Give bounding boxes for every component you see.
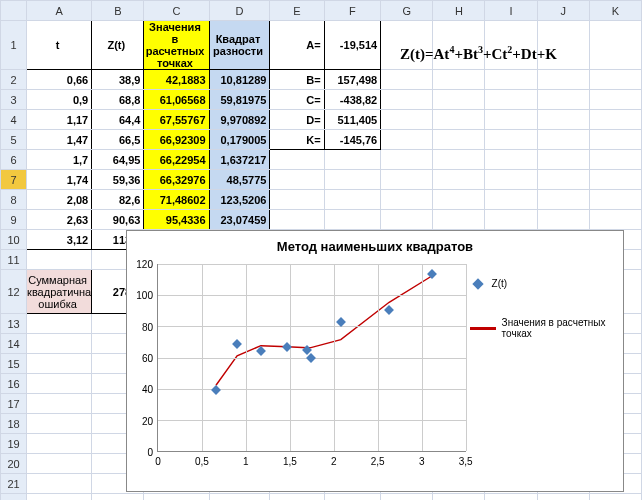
row-2: 20,6638,942,188310,81289B=157,498 [1, 70, 642, 90]
cell-calc[interactable]: 95,4336 [144, 210, 209, 230]
cell-z[interactable]: 90,63 [92, 210, 144, 230]
label-A[interactable]: A= [270, 21, 324, 70]
cell-z[interactable]: 64,4 [92, 110, 144, 130]
col-C[interactable]: C [144, 1, 209, 21]
row-5: 51,4766,566,923090,179005K=-145,76 [1, 130, 642, 150]
hdr-sqdiff[interactable]: Квадрат разности [209, 21, 270, 70]
col-A[interactable]: A [27, 1, 92, 21]
col-H[interactable]: H [433, 1, 485, 21]
cell-diff[interactable]: 59,81975 [209, 90, 270, 110]
cell-t[interactable]: 2,63 [27, 210, 92, 230]
plot-area: 00,511,522,533,5 [157, 264, 466, 452]
coef-value[interactable]: 511,405 [324, 110, 380, 130]
hdr-t[interactable]: t [27, 21, 92, 70]
line-icon [470, 327, 496, 330]
cell-t[interactable]: 1,7 [27, 150, 92, 170]
cell-calc[interactable]: 66,32976 [144, 170, 209, 190]
legend: Z(t) Значения в расчетных точках [466, 258, 623, 470]
cell-diff[interactable]: 23,07459 [209, 210, 270, 230]
cell-t[interactable]: 1,74 [27, 170, 92, 190]
cell-t[interactable]: 0,9 [27, 90, 92, 110]
row-9: 92,6390,6395,433623,07459 [1, 210, 642, 230]
cell-z[interactable]: 38,9 [92, 70, 144, 90]
row-8: 82,0882,671,48602123,5206 [1, 190, 642, 210]
coef-value[interactable]: -438,82 [324, 90, 380, 110]
hdr-zt[interactable]: Z(t) [92, 21, 144, 70]
cell-z[interactable]: 59,36 [92, 170, 144, 190]
coef-label[interactable]: K= [270, 130, 324, 150]
col-headers: A B C D E F G H I J K [1, 1, 642, 21]
cell-t[interactable]: 1,47 [27, 130, 92, 150]
cell-z[interactable]: 82,6 [92, 190, 144, 210]
chart-title: Метод наименьших квадратов [127, 239, 623, 254]
row-3: 30,968,861,0656859,81975C=-438,82 [1, 90, 642, 110]
legend-fit: Значения в расчетных точках [470, 317, 619, 339]
cell-calc[interactable]: 67,55767 [144, 110, 209, 130]
cell-t[interactable]: 0,66 [27, 70, 92, 90]
row-4: 41,1764,467,557679,970892D=511,405 [1, 110, 642, 130]
col-I[interactable]: I [485, 1, 537, 21]
row-7: 71,7459,3666,3297648,5775 [1, 170, 642, 190]
error-label[interactable]: Суммарная квадратичная ошибка [27, 270, 92, 314]
coef-label[interactable]: C= [270, 90, 324, 110]
cell-diff[interactable]: 48,5775 [209, 170, 270, 190]
col-K[interactable]: K [589, 1, 641, 21]
cell-diff[interactable]: 10,81289 [209, 70, 270, 90]
cell-diff[interactable]: 123,5206 [209, 190, 270, 210]
cell-t[interactable]: 3,12 [27, 230, 92, 250]
cell-calc[interactable]: 61,06568 [144, 90, 209, 110]
coef-value[interactable]: -145,76 [324, 130, 380, 150]
corner[interactable] [1, 1, 27, 21]
coef-label[interactable]: D= [270, 110, 324, 130]
cell-z[interactable]: 64,95 [92, 150, 144, 170]
cell-diff[interactable]: 0,179005 [209, 130, 270, 150]
row-22: 22 [1, 494, 642, 500]
diamond-icon [472, 278, 483, 289]
col-D[interactable]: D [209, 1, 270, 21]
cell-z[interactable]: 66,5 [92, 130, 144, 150]
chart[interactable]: Метод наименьших квадратов 0204060801001… [126, 230, 624, 492]
cell-diff[interactable]: 1,637217 [209, 150, 270, 170]
coef-value[interactable]: 157,498 [324, 70, 380, 90]
cell-calc[interactable]: 71,48602 [144, 190, 209, 210]
cell-calc[interactable]: 66,22954 [144, 150, 209, 170]
coef-label[interactable]: B= [270, 70, 324, 90]
cell-t[interactable]: 1,17 [27, 110, 92, 130]
val-A[interactable]: -19,514 [324, 21, 380, 70]
formula-text: Z(t)=At4+Bt3+Ct2+Dt+K [400, 44, 557, 63]
y-axis: 020406080100120 [127, 258, 157, 470]
col-J[interactable]: J [537, 1, 589, 21]
cell-calc[interactable]: 42,1883 [144, 70, 209, 90]
row-6: 61,764,9566,229541,637217 [1, 150, 642, 170]
col-F[interactable]: F [324, 1, 380, 21]
col-G[interactable]: G [381, 1, 433, 21]
col-E[interactable]: E [270, 1, 324, 21]
cell-z[interactable]: 68,8 [92, 90, 144, 110]
cell-t[interactable]: 2,08 [27, 190, 92, 210]
cell-calc[interactable]: 66,92309 [144, 130, 209, 150]
cell-diff[interactable]: 9,970892 [209, 110, 270, 130]
col-B[interactable]: B [92, 1, 144, 21]
hdr-calc[interactable]: Значения в расчетных точках [144, 21, 209, 70]
spreadsheet: A B C D E F G H I J K 1 t Z(t) Значения … [0, 0, 642, 500]
legend-zt: Z(t) [470, 278, 619, 289]
